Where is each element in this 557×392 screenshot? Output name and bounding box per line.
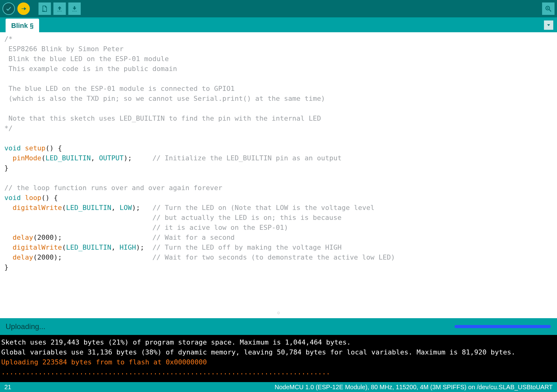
code-line: This example code is in the public domai… <box>4 64 553 74</box>
save-sketch-button[interactable] <box>68 2 81 15</box>
arrow-down-icon <box>71 5 78 12</box>
svg-point-7 <box>72 11 73 11</box>
progress-fill <box>455 325 551 328</box>
svg-point-4 <box>59 11 59 11</box>
svg-point-5 <box>60 11 61 11</box>
code-line: } <box>4 163 553 173</box>
split-grip[interactable]: ○ <box>277 308 279 318</box>
chevron-down-icon <box>546 23 551 28</box>
svg-point-1 <box>43 11 44 11</box>
dirty-indicator: § <box>30 22 34 29</box>
svg-point-6 <box>61 11 62 11</box>
arrow-up-icon <box>56 5 63 12</box>
tab-blink[interactable]: Blink § <box>6 19 39 32</box>
code-line: The blue LED on the ESP-01 module is con… <box>4 84 553 94</box>
console-line: Global variables use 31,136 bytes (38%) … <box>1 347 556 357</box>
serial-monitor-button[interactable] <box>542 2 555 15</box>
code-line <box>4 74 553 84</box>
code-line: delay(2000); // Wait for a second <box>4 233 553 243</box>
code-line <box>4 173 553 183</box>
code-editor[interactable]: /* ESP8266 Blink by Simon Peter Blink th… <box>0 32 557 318</box>
code-line: // the loop function runs over and over … <box>4 183 553 193</box>
svg-point-10 <box>76 11 77 11</box>
svg-point-2 <box>44 11 45 11</box>
code-line: // but actually the LED is on; this is b… <box>4 213 553 223</box>
svg-point-9 <box>75 11 75 11</box>
verify-button[interactable] <box>2 2 15 15</box>
code-line: pinMode(LED_BUILTIN, OUTPUT); // Initial… <box>4 153 553 163</box>
code-line: digitalWrite(LED_BUILTIN, LOW); // Turn … <box>4 203 553 213</box>
arrow-right-icon <box>20 6 27 12</box>
code-line: (which is also the TXD pin; so we cannot… <box>4 94 553 104</box>
console-line: Sketch uses 219,443 bytes (21%) of progr… <box>1 337 556 347</box>
svg-point-3 <box>57 11 58 11</box>
code-line: ESP8266 Blink by Simon Peter <box>4 44 553 54</box>
code-line: void setup() { <box>4 143 553 153</box>
output-console[interactable]: Sketch uses 219,443 bytes (21%) of progr… <box>0 335 557 382</box>
tab-bar: Blink § <box>0 17 557 32</box>
code-line: } <box>4 262 553 272</box>
svg-line-12 <box>549 10 551 11</box>
code-line: /* <box>4 34 553 44</box>
new-sketch-button[interactable] <box>38 2 51 15</box>
open-sketch-button[interactable] <box>53 2 66 15</box>
file-new-icon <box>41 5 48 12</box>
code-line: // it is acive low on the ESP-01) <box>4 223 553 233</box>
tab-label: Blink <box>11 22 28 29</box>
line-number: 21 <box>4 384 11 391</box>
code-line: Note that this sketch uses LED_BUILTIN t… <box>4 114 553 123</box>
toolbar <box>0 0 557 17</box>
code-line <box>4 104 553 114</box>
code-line: void loop() { <box>4 193 553 203</box>
status-bar: Uploading... <box>0 318 557 335</box>
code-line <box>4 133 553 143</box>
check-icon <box>6 6 12 12</box>
magnifier-icon <box>545 5 552 12</box>
upload-button[interactable] <box>17 2 30 15</box>
code-line: */ <box>4 123 553 133</box>
code-line: Blink the blue LED on the ESP-01 module <box>4 54 553 64</box>
board-info: NodeMCU 1.0 (ESP-12E Module), 80 MHz, 11… <box>274 384 553 391</box>
footer-bar: 21 NodeMCU 1.0 (ESP-12E Module), 80 MHz,… <box>0 382 557 392</box>
code-line: digitalWrite(LED_BUILTIN, HIGH); // Turn… <box>4 243 553 252</box>
svg-point-13 <box>547 8 548 8</box>
svg-point-8 <box>74 11 74 11</box>
tab-menu-button[interactable] <box>544 20 553 30</box>
console-line: ........................................… <box>1 367 556 377</box>
svg-point-0 <box>43 11 43 11</box>
code-line: delay(2000); // Wait for two seconds (to… <box>4 252 553 262</box>
console-line: Uploading 223584 bytes from to flash at … <box>1 357 556 367</box>
progress-bar <box>455 325 551 328</box>
status-label: Uploading... <box>6 322 45 331</box>
